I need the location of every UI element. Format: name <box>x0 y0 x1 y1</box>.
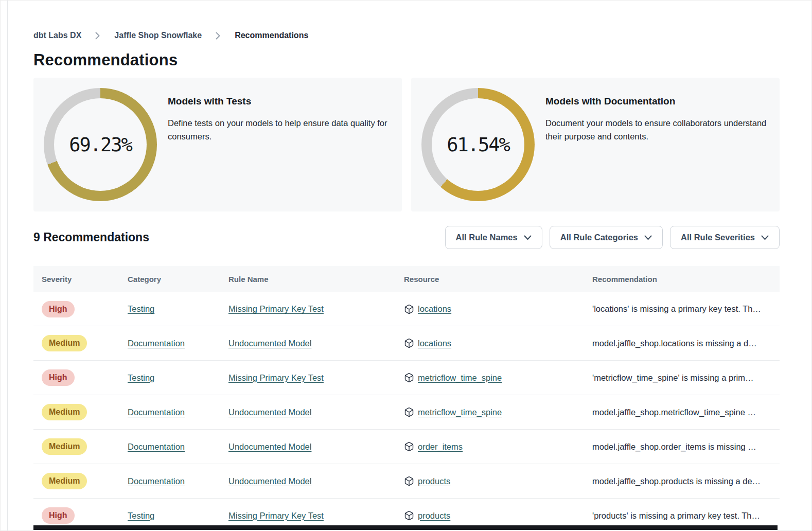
severity-cell: High <box>33 301 128 317</box>
filter-label: All Rule Categories <box>560 233 638 242</box>
column-header-resource: Resource <box>404 275 592 284</box>
table-row: High Testing Missing Primary Key Test lo… <box>33 292 780 326</box>
model-cube-icon <box>404 338 414 348</box>
chevron-right-icon <box>95 31 100 40</box>
rule-name-cell: Undocumented Model <box>228 408 404 417</box>
column-header-rule-name: Rule Name <box>228 275 404 284</box>
severity-badge: Medium <box>42 438 87 455</box>
chevron-down-icon <box>524 235 532 240</box>
category-link[interactable]: Testing <box>128 373 154 382</box>
category-link[interactable]: Testing <box>128 511 154 520</box>
card-title: Models with Documentation <box>545 96 769 107</box>
column-header-recommendation: Recommendation <box>592 275 780 284</box>
resource-link[interactable]: metricflow_time_spine <box>418 373 502 383</box>
severity-cell: High <box>33 507 128 524</box>
recommendation-text: 'locations' is missing a primary key tes… <box>592 304 780 314</box>
models-with-tests-card: 69.23% Models with Tests Define tests on… <box>33 78 402 211</box>
filter-label: All Rule Names <box>456 233 518 242</box>
resource-cell: locations <box>404 338 592 348</box>
resource-link[interactable]: locations <box>418 304 451 314</box>
rule-name-cell: Missing Primary Key Test <box>228 373 404 383</box>
breadcrumb-item-current: Recommendations <box>235 31 308 40</box>
severity-badge: Medium <box>42 404 87 420</box>
resource-link[interactable]: products <box>418 476 450 486</box>
severity-badge: High <box>42 301 75 317</box>
resource-link[interactable]: locations <box>418 339 451 348</box>
resource-cell: locations <box>404 304 592 314</box>
resource-cell: products <box>404 476 592 486</box>
category-cell: Documentation <box>128 408 228 417</box>
category-link[interactable]: Documentation <box>128 442 185 451</box>
severity-badge: Medium <box>42 335 87 351</box>
breadcrumb-item-project[interactable]: Jaffle Shop Snowflake <box>114 31 202 40</box>
models-with-documentation-card: 61.54% Models with Documentation Documen… <box>411 78 780 211</box>
chevron-down-icon <box>761 235 769 240</box>
severity-cell: High <box>33 369 128 386</box>
resource-link[interactable]: metricflow_time_spine <box>418 408 502 417</box>
recommendation-text: model.jaffle_shop.products is missing a … <box>592 476 780 486</box>
list-header: 9 Recommendations All Rule Names All Rul… <box>33 226 780 249</box>
resource-cell: metricflow_time_spine <box>404 407 592 417</box>
resource-cell: products <box>404 510 592 521</box>
rule-names-filter-dropdown[interactable]: All Rule Names <box>445 226 542 249</box>
sidebar-edge-divider <box>7 1 8 530</box>
category-cell: Testing <box>128 511 228 521</box>
severity-cell: Medium <box>33 438 128 455</box>
main-content: dbt Labs DX Jaffle Shop Snowflake Recomm… <box>33 1 780 531</box>
category-cell: Testing <box>128 373 228 383</box>
model-cube-icon <box>404 407 414 417</box>
metric-cards: 69.23% Models with Tests Define tests on… <box>33 78 780 211</box>
rule-name-cell: Missing Primary Key Test <box>228 511 404 521</box>
rule-severities-filter-dropdown[interactable]: All Rule Severities <box>670 226 780 249</box>
rule-name-link[interactable]: Undocumented Model <box>228 442 311 451</box>
table-row: Medium Documentation Undocumented Model … <box>33 395 780 430</box>
model-cube-icon <box>404 373 414 383</box>
table-body: High Testing Missing Primary Key Test lo… <box>33 292 780 531</box>
resource-link[interactable]: products <box>418 511 450 521</box>
rule-name-link[interactable]: Undocumented Model <box>228 408 311 417</box>
table-header: Severity Category Rule Name Resource Rec… <box>33 266 780 292</box>
card-title: Models with Tests <box>168 96 392 107</box>
category-cell: Documentation <box>128 442 228 452</box>
category-link[interactable]: Documentation <box>128 339 185 348</box>
breadcrumb-item-workspace[interactable]: dbt Labs DX <box>33 31 81 40</box>
filters: All Rule Names All Rule Categories All R… <box>445 226 780 249</box>
rule-name-cell: Undocumented Model <box>228 442 404 452</box>
card-description: Document your models to ensure collabora… <box>545 117 769 143</box>
severity-cell: Medium <box>33 473 128 489</box>
rule-name-link[interactable]: Undocumented Model <box>228 476 311 486</box>
rule-name-link[interactable]: Missing Primary Key Test <box>228 373 324 382</box>
resource-cell: order_items <box>404 441 592 452</box>
severity-badge: Medium <box>42 473 87 489</box>
category-cell: Documentation <box>128 339 228 348</box>
recommendation-text: model.jaffle_shop.locations is missing a… <box>592 339 780 348</box>
severity-badge: High <box>42 507 75 524</box>
rule-name-link[interactable]: Missing Primary Key Test <box>228 511 324 520</box>
severity-badge: High <box>42 369 75 386</box>
recommendations-count: 9 Recommendations <box>33 231 149 244</box>
category-link[interactable]: Documentation <box>128 476 185 486</box>
rule-name-link[interactable]: Undocumented Model <box>228 339 311 348</box>
rule-name-link[interactable]: Missing Primary Key Test <box>228 304 324 313</box>
recommendation-text: 'products' is missing a primary key test… <box>592 511 780 521</box>
tests-donut-chart: 69.23% <box>44 88 157 201</box>
column-header-category: Category <box>128 275 228 284</box>
severity-cell: Medium <box>33 404 128 420</box>
category-link[interactable]: Testing <box>128 304 154 313</box>
rule-categories-filter-dropdown[interactable]: All Rule Categories <box>550 226 663 249</box>
tests-percent-value: 69.23% <box>44 88 157 201</box>
recommendation-text: 'metricflow_time_spine' is missing a pri… <box>592 373 780 383</box>
category-cell: Documentation <box>128 476 228 486</box>
column-header-severity: Severity <box>33 275 128 284</box>
breadcrumb: dbt Labs DX Jaffle Shop Snowflake Recomm… <box>33 31 780 40</box>
recommendations-table: Severity Category Rule Name Resource Rec… <box>33 266 780 531</box>
card-description: Define tests on your models to help ensu… <box>168 117 392 143</box>
documentation-donut-chart: 61.54% <box>421 88 535 201</box>
category-link[interactable]: Documentation <box>128 408 185 417</box>
documentation-percent-value: 61.54% <box>421 88 535 201</box>
table-row: Medium Documentation Undocumented Model … <box>33 464 780 499</box>
resource-link[interactable]: order_items <box>418 442 463 452</box>
table-row: Medium Documentation Undocumented Model … <box>33 430 780 464</box>
rule-name-cell: Missing Primary Key Test <box>228 304 404 314</box>
category-cell: Testing <box>128 304 228 314</box>
